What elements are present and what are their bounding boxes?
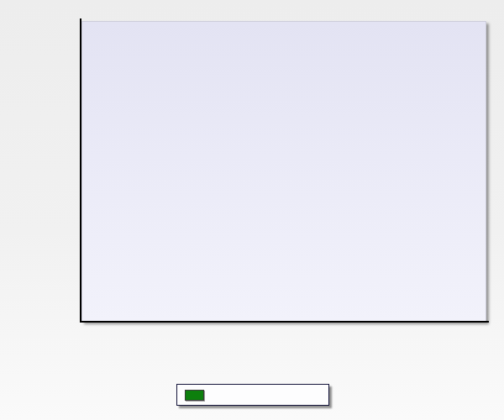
x-axis-line: [80, 321, 489, 323]
plot-area: [81, 21, 486, 322]
legend-swatch-icon: [185, 390, 204, 401]
chart-canvas: [0, 0, 504, 420]
y-axis-line: [80, 18, 81, 323]
active-listings-area-series: [82, 22, 487, 323]
legend: [176, 384, 329, 406]
